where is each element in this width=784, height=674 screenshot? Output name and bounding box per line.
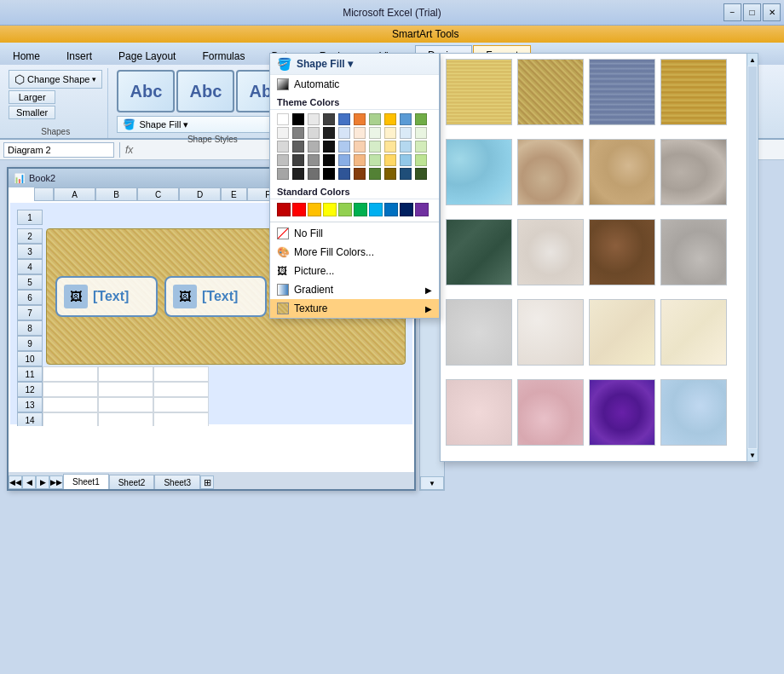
sheet-nav-next[interactable]: ▶ (36, 475, 49, 489)
standard-color-swatch[interactable] (338, 203, 352, 216)
theme-color-swatch[interactable] (277, 154, 289, 166)
theme-color-swatch[interactable] (277, 113, 289, 125)
texture-thumbnail[interactable] (660, 139, 727, 205)
sheet-nav-prev[interactable]: ◀ (22, 475, 36, 489)
theme-color-swatch[interactable] (369, 168, 381, 180)
theme-color-swatch[interactable] (369, 154, 381, 166)
theme-color-swatch[interactable] (369, 113, 381, 125)
theme-color-swatch[interactable] (400, 127, 412, 139)
no-fill-item[interactable]: No Fill (270, 224, 439, 243)
texture-thumbnail[interactable] (517, 219, 584, 285)
theme-color-swatch[interactable] (308, 141, 320, 153)
sheet-tab-2[interactable]: Sheet2 (109, 475, 155, 489)
texture-scroll-up[interactable]: ▲ (747, 54, 758, 66)
tab-home[interactable]: Home (0, 46, 53, 65)
add-sheet-button[interactable]: ⊞ (200, 475, 214, 489)
standard-color-swatch[interactable] (369, 203, 383, 216)
texture-thumbnail[interactable] (589, 139, 655, 205)
tab-formulas[interactable]: Formulas (189, 46, 257, 65)
theme-color-swatch[interactable] (323, 154, 335, 166)
theme-color-swatch[interactable] (308, 113, 320, 125)
tab-insert[interactable]: Insert (54, 46, 105, 65)
theme-color-swatch[interactable] (292, 113, 304, 125)
standard-color-swatch[interactable] (415, 203, 429, 216)
texture-thumbnail[interactable] (446, 299, 512, 366)
smartart-shape-1[interactable]: 🖼 [Text] (55, 276, 158, 317)
theme-color-swatch[interactable] (323, 141, 335, 153)
texture-thumbnail[interactable] (589, 219, 655, 285)
theme-color-swatch[interactable] (338, 127, 350, 139)
sheet-nav-last[interactable]: ▶▶ (49, 475, 63, 489)
texture-thumbnail[interactable] (660, 379, 727, 446)
theme-color-swatch[interactable] (415, 113, 427, 125)
standard-color-swatch[interactable] (323, 203, 337, 216)
texture-thumbnail[interactable] (446, 219, 512, 285)
shape-style-1[interactable]: Abc (117, 70, 175, 112)
standard-color-swatch[interactable] (308, 203, 321, 216)
more-fill-colors-item[interactable]: 🎨 More Fill Colors... (270, 243, 439, 262)
shape-style-2[interactable]: Abc (176, 70, 234, 112)
theme-color-swatch[interactable] (384, 113, 396, 125)
texture-thumbnail[interactable] (517, 299, 584, 366)
theme-color-swatch[interactable] (277, 127, 289, 139)
theme-color-swatch[interactable] (308, 154, 320, 166)
texture-thumbnail[interactable] (660, 299, 727, 366)
theme-color-swatch[interactable] (369, 127, 381, 139)
texture-thumbnail[interactable] (517, 59, 584, 125)
texture-thumbnail[interactable] (517, 139, 584, 205)
standard-color-swatch[interactable] (400, 203, 413, 216)
standard-color-swatch[interactable] (354, 203, 367, 216)
theme-color-swatch[interactable] (384, 127, 396, 139)
theme-color-swatch[interactable] (338, 113, 350, 125)
theme-color-swatch[interactable] (277, 141, 289, 153)
name-box[interactable] (3, 142, 114, 158)
texture-thumbnail[interactable] (589, 299, 655, 366)
texture-thumbnail[interactable] (589, 379, 655, 446)
texture-thumbnail[interactable] (446, 59, 512, 125)
theme-color-swatch[interactable] (400, 168, 412, 180)
theme-color-swatch[interactable] (338, 154, 350, 166)
scroll-down-btn[interactable]: ▼ (420, 476, 444, 490)
theme-color-swatch[interactable] (323, 127, 335, 139)
texture-thumbnail[interactable] (446, 379, 512, 446)
theme-color-swatch[interactable] (354, 141, 366, 153)
theme-color-swatch[interactable] (415, 141, 427, 153)
theme-color-swatch[interactable] (400, 141, 412, 153)
texture-thumbnail[interactable] (446, 139, 512, 205)
texture-thumbnail[interactable] (660, 219, 727, 285)
minimize-button[interactable]: − (723, 3, 741, 21)
smartart-shape-2[interactable]: 🖼 [Text] (164, 276, 267, 317)
standard-color-swatch[interactable] (277, 203, 291, 216)
tab-page-layout[interactable]: Page Layout (106, 46, 188, 65)
theme-color-swatch[interactable] (323, 168, 335, 180)
larger-button[interactable]: Larger (9, 90, 55, 104)
theme-color-swatch[interactable] (277, 168, 289, 180)
texture-thumbnail[interactable] (517, 379, 584, 446)
theme-color-swatch[interactable] (308, 168, 320, 180)
theme-color-swatch[interactable] (384, 141, 396, 153)
theme-color-swatch[interactable] (415, 168, 427, 180)
theme-color-swatch[interactable] (384, 168, 396, 180)
theme-color-swatch[interactable] (292, 141, 304, 153)
theme-color-swatch[interactable] (292, 168, 304, 180)
theme-color-swatch[interactable] (415, 154, 427, 166)
theme-color-swatch[interactable] (354, 127, 366, 139)
change-shape-button[interactable]: ⬡ Change Shape ▾ (9, 70, 102, 89)
smaller-button[interactable]: Smaller (9, 106, 55, 119)
texture-thumbnail[interactable] (589, 59, 655, 125)
sheet-nav-first[interactable]: ◀◀ (9, 475, 22, 489)
standard-color-swatch[interactable] (384, 203, 398, 216)
close-button[interactable]: ✕ (763, 3, 781, 21)
sheet-tab-1[interactable]: Sheet1 (63, 474, 109, 489)
theme-color-swatch[interactable] (400, 154, 412, 166)
theme-color-swatch[interactable] (415, 127, 427, 139)
sheet-tab-3[interactable]: Sheet3 (154, 475, 200, 489)
texture-thumbnail[interactable] (660, 59, 727, 125)
theme-color-swatch[interactable] (338, 168, 350, 180)
gradient-item[interactable]: Gradient ▶ (270, 280, 439, 299)
theme-color-swatch[interactable] (354, 113, 366, 125)
picture-item[interactable]: 🖼 Picture... (270, 262, 439, 280)
texture-scroll-down[interactable]: ▼ (747, 449, 758, 461)
texture-item[interactable]: Texture ▶ (270, 299, 439, 318)
theme-color-swatch[interactable] (292, 127, 304, 139)
